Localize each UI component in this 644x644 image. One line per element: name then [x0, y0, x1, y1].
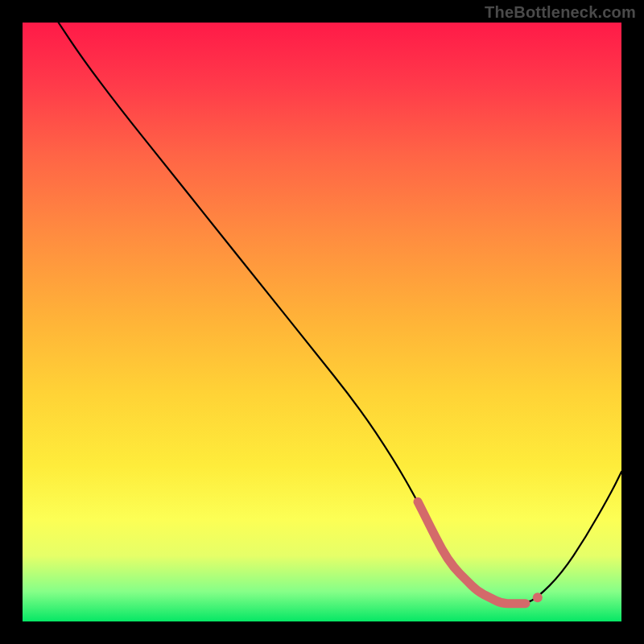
curve-overlay	[23, 23, 621, 621]
chart-frame: TheBottleneck.com	[0, 0, 644, 644]
bottleneck-curve-line	[59, 23, 621, 604]
plot-area	[23, 23, 621, 621]
highlight-dot-end	[533, 592, 543, 602]
watermark-text: TheBottleneck.com	[485, 3, 636, 22]
highlight-segment	[418, 502, 526, 604]
